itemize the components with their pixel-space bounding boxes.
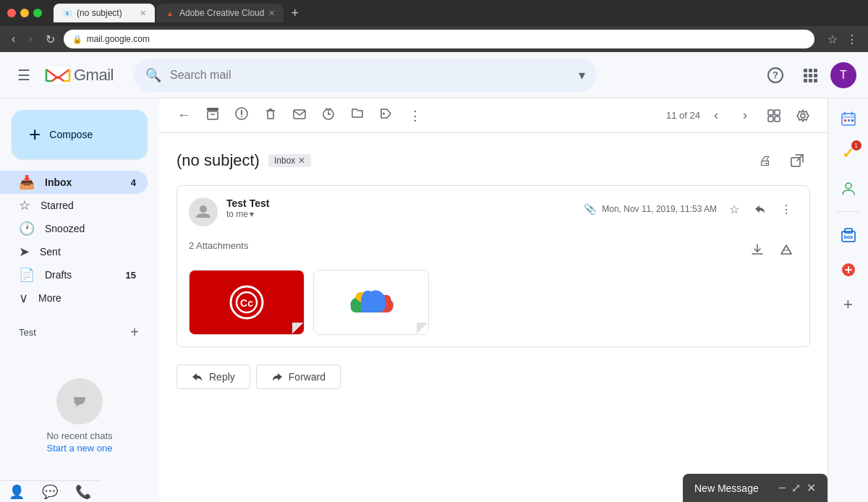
reply-button[interactable]: Reply xyxy=(176,365,250,389)
svg-rect-18 xyxy=(208,111,218,119)
reload-button[interactable]: ↻ xyxy=(41,30,59,49)
sender-avatar xyxy=(189,197,218,226)
search-expand-icon[interactable]: ▾ xyxy=(579,67,585,83)
svg-rect-8 xyxy=(809,69,812,72)
forward-button[interactable]: › xyxy=(24,30,36,48)
next-email-button[interactable]: › xyxy=(732,103,758,129)
sidebar: + Compose 📥 Inbox 4 ☆ Starred 🕐 Snoozed … xyxy=(0,98,159,502)
expand-new-message-button[interactable]: ⤢ xyxy=(791,481,801,495)
pagination: 11 of 24 xyxy=(666,110,700,121)
attachment-gcloud[interactable] xyxy=(313,270,429,335)
fullscreen-window-button[interactable] xyxy=(33,9,42,17)
no-recent-chats-text: No recent chats xyxy=(12,430,148,441)
inbox-icon: 📥 xyxy=(19,174,35,190)
right-sidebar-tasks-icon[interactable]: ✓ 1 xyxy=(834,139,863,168)
security-icon: 🔒 xyxy=(72,35,82,44)
archive-icon xyxy=(206,107,219,124)
right-sidebar-contacts-icon[interactable] xyxy=(834,174,863,203)
right-sidebar-calendar-icon[interactable] xyxy=(834,104,863,133)
open-in-new-window-button[interactable] xyxy=(784,148,810,174)
gcloud-preview xyxy=(314,271,428,334)
sidebar-item-sent[interactable]: ➤ Sent xyxy=(0,240,148,263)
delete-button[interactable] xyxy=(258,103,284,129)
to-me-text[interactable]: to me ▾ xyxy=(226,209,575,219)
minimize-window-button[interactable] xyxy=(20,9,29,17)
message-more-button[interactable]: ⋮ xyxy=(775,197,798,221)
save-to-drive-button[interactable] xyxy=(775,238,798,261)
compose-button[interactable]: + Compose xyxy=(12,110,148,159)
right-sidebar-red-icon[interactable] xyxy=(834,255,863,284)
contacts-bottom-icon[interactable]: 👤 xyxy=(9,484,25,500)
browser-tab-active[interactable]: 📧 (no subject) ✕ xyxy=(54,4,155,22)
close-new-message-button[interactable]: ✕ xyxy=(807,481,816,495)
chat-bottom-icon[interactable]: 💬 xyxy=(42,484,58,500)
star-message-button[interactable]: ☆ xyxy=(723,197,746,221)
box-icon: box xyxy=(841,227,856,243)
browser-menu-icon[interactable]: ⋮ xyxy=(843,30,861,49)
new-tab-button[interactable]: + xyxy=(285,6,305,21)
move-to-button[interactable] xyxy=(344,103,370,129)
sent-icon: ➤ xyxy=(19,244,30,260)
svg-point-22 xyxy=(241,116,242,117)
message-action-icons: ☆ ⋮ xyxy=(723,197,798,221)
right-sidebar-divider xyxy=(837,211,860,212)
apps-button[interactable] xyxy=(796,61,825,90)
attachments-section: 2 Attachments xyxy=(189,238,798,335)
snooze-button[interactable] xyxy=(315,103,341,129)
email-subject: (no subject) xyxy=(176,151,260,170)
new-window-icon xyxy=(791,154,804,167)
reply-forward-actions: Reply Forward xyxy=(176,365,810,389)
help-button[interactable]: ? xyxy=(761,61,790,90)
svg-rect-17 xyxy=(207,108,218,111)
settings-button[interactable] xyxy=(790,103,816,129)
view-settings-button[interactable] xyxy=(761,103,787,129)
mark-unread-button[interactable] xyxy=(286,103,312,129)
svg-rect-12 xyxy=(814,74,817,77)
right-sidebar-add-icon[interactable]: + xyxy=(834,290,863,319)
compose-label: Compose xyxy=(49,129,93,140)
reply-message-button[interactable] xyxy=(749,197,772,221)
labels-section-title: Test xyxy=(19,327,36,338)
snooze-icon xyxy=(322,107,335,124)
remove-tag-button[interactable]: ✕ xyxy=(298,156,305,166)
back-button[interactable]: ‹ xyxy=(7,30,20,48)
svg-rect-54 xyxy=(848,119,850,122)
svg-rect-33 xyxy=(768,110,773,115)
start-new-chat-link[interactable]: Start a new one xyxy=(46,443,112,454)
back-to-inbox-button[interactable]: ← xyxy=(171,103,197,129)
print-button[interactable]: 🖨 xyxy=(752,148,778,174)
sidebar-item-more[interactable]: ∨ More xyxy=(0,286,148,310)
tab-title-adobe: Adobe Creative Cloud xyxy=(179,8,264,18)
sent-label: Sent xyxy=(40,246,136,258)
download-all-button[interactable] xyxy=(746,238,769,261)
to-me-label: to me xyxy=(226,209,248,219)
browser-tab-adobe[interactable]: ▲ Adobe Creative Cloud ✕ xyxy=(156,4,284,22)
new-message-bar: New Message – ⤢ ✕ xyxy=(683,474,827,502)
sidebar-item-inbox[interactable]: 📥 Inbox 4 xyxy=(0,171,148,194)
prev-email-button[interactable]: ‹ xyxy=(703,103,729,129)
right-sidebar-box-icon[interactable]: box xyxy=(834,221,863,250)
address-bar[interactable]: 🔒 mail.google.com xyxy=(64,30,814,48)
more-toolbar-button[interactable]: ⋮ xyxy=(402,103,428,129)
sidebar-item-drafts[interactable]: 📄 Drafts 15 xyxy=(0,263,148,286)
sidebar-item-snoozed[interactable]: 🕐 Snoozed xyxy=(0,217,148,240)
add-label-button[interactable]: + xyxy=(130,324,139,341)
bookmark-icon[interactable]: ☆ xyxy=(825,30,841,49)
attachment-adobe[interactable]: Cc xyxy=(189,270,305,335)
archive-button[interactable] xyxy=(200,103,226,129)
user-avatar[interactable]: T xyxy=(830,62,856,88)
tab-close-adobe-button[interactable]: ✕ xyxy=(268,9,275,18)
svg-rect-7 xyxy=(804,69,807,72)
search-input[interactable] xyxy=(170,69,570,82)
close-window-button[interactable] xyxy=(7,9,16,17)
label-button[interactable] xyxy=(373,103,399,129)
svg-rect-35 xyxy=(768,116,773,122)
minimize-new-message-button[interactable]: – xyxy=(779,481,786,495)
hamburger-menu-button[interactable]: ☰ xyxy=(12,61,36,90)
forward-button[interactable]: Forward xyxy=(256,365,341,389)
starred-label: Starred xyxy=(41,200,136,211)
phone-bottom-icon[interactable]: 📞 xyxy=(75,484,91,500)
report-spam-button[interactable] xyxy=(229,103,255,129)
tab-close-button[interactable]: ✕ xyxy=(140,9,146,18)
sidebar-item-starred[interactable]: ☆ Starred xyxy=(0,194,148,217)
